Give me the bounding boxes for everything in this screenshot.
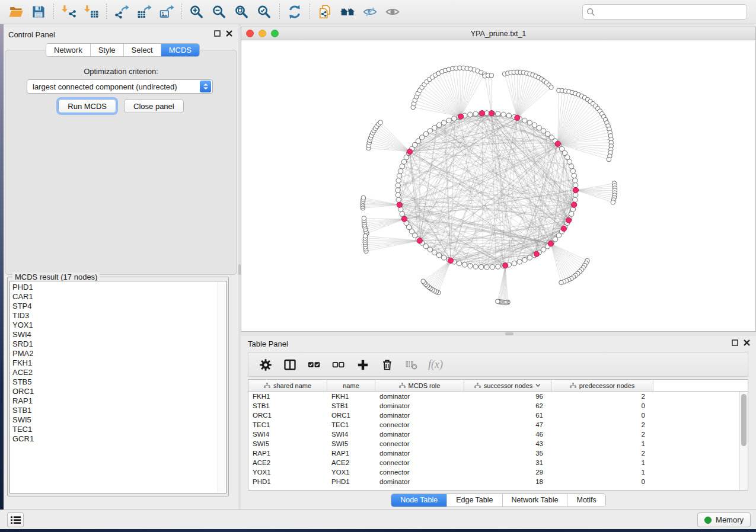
zoom-in-button[interactable] <box>186 2 208 22</box>
table-row[interactable]: ORC1ORC1dominator610 <box>248 411 748 420</box>
close-panel-icon[interactable] <box>226 30 232 37</box>
gear-button[interactable] <box>254 354 276 374</box>
ring-node[interactable] <box>428 247 432 252</box>
ring-node[interactable] <box>512 261 516 265</box>
select-all-button[interactable] <box>303 354 325 374</box>
ring-node[interactable] <box>397 173 402 178</box>
open-folder-button[interactable] <box>5 2 27 22</box>
mcds-result-item[interactable]: PHD1 <box>12 283 226 292</box>
horizontal-splitter[interactable] <box>241 332 756 336</box>
ring-node[interactable] <box>506 113 511 118</box>
eye-button[interactable] <box>381 2 404 22</box>
delete-column-button[interactable] <box>376 354 398 374</box>
ring-node[interactable] <box>442 120 446 125</box>
table-row[interactable]: SWI4SWI4dominator462 <box>248 430 748 439</box>
ring-node[interactable] <box>490 265 495 270</box>
tab-select[interactable]: Select <box>124 44 161 56</box>
satellite-node[interactable] <box>611 200 615 205</box>
ring-node[interactable] <box>569 211 574 216</box>
export-image-button[interactable] <box>155 2 178 22</box>
mcds-result-item[interactable]: CAR1 <box>12 292 226 302</box>
ring-node[interactable] <box>400 164 404 169</box>
ring-node[interactable] <box>432 126 437 130</box>
ring-node[interactable] <box>522 118 527 123</box>
ring-node[interactable] <box>573 178 578 183</box>
close-panel-button[interactable]: Close panel <box>124 99 184 113</box>
ring-node[interactable] <box>436 253 441 258</box>
ring-node[interactable] <box>446 118 451 123</box>
ring-node[interactable] <box>527 255 532 260</box>
dominator-node[interactable] <box>534 251 539 257</box>
mcds-result-item[interactable]: ACE2 <box>12 368 226 377</box>
table-row[interactable]: PHD1PHD1dominator180 <box>248 477 748 486</box>
satellite-node[interactable] <box>421 279 426 284</box>
save-button[interactable] <box>27 2 50 22</box>
tab-style[interactable]: Style <box>91 44 124 56</box>
float-table-panel-icon[interactable] <box>732 339 738 346</box>
dominator-node[interactable] <box>566 217 572 223</box>
column-header-MCDS-role[interactable]: MCDS role <box>375 380 464 391</box>
table-row[interactable]: RAP1RAP1dominator352 <box>248 448 748 458</box>
table-row[interactable]: SWI5SWI5connector431 <box>248 439 748 448</box>
mcds-result-item[interactable]: STB1 <box>12 406 226 415</box>
mcds-result-item[interactable]: YOX1 <box>12 321 226 330</box>
dominator-node[interactable] <box>480 111 485 116</box>
mcds-result-item[interactable]: STP4 <box>12 302 226 311</box>
ring-node[interactable] <box>517 259 522 264</box>
export-network-button[interactable] <box>110 2 133 22</box>
table-scrollbar-thumb[interactable] <box>741 394 747 446</box>
mcds-result-list[interactable]: PHD1CAR1STP4TID3YOX1SWI4SRD1PMA2FKH1ACE2… <box>9 281 227 493</box>
tab-motifs[interactable]: Motifs <box>567 494 605 507</box>
ring-node[interactable] <box>473 264 478 269</box>
houses-button[interactable] <box>336 2 359 22</box>
satellite-node[interactable] <box>607 157 611 162</box>
export-table-button[interactable] <box>133 2 155 22</box>
network-canvas[interactable] <box>241 40 755 331</box>
ring-node[interactable] <box>398 169 403 174</box>
ring-node[interactable] <box>567 159 572 164</box>
refresh-button[interactable] <box>283 2 306 22</box>
mcds-result-item[interactable]: FKH1 <box>12 358 226 368</box>
ring-node[interactable] <box>457 261 461 265</box>
ring-node[interactable] <box>395 188 400 193</box>
ring-node[interactable] <box>522 257 527 262</box>
satellite-node[interactable] <box>361 196 366 200</box>
float-panel-icon[interactable] <box>214 30 221 37</box>
search-box[interactable] <box>582 4 747 20</box>
close-table-panel-icon[interactable] <box>744 339 750 346</box>
eye-slash-button[interactable] <box>359 2 381 22</box>
ring-node[interactable] <box>396 197 401 202</box>
zoom-fit-button[interactable] <box>231 2 253 22</box>
mcds-result-item[interactable]: TEC1 <box>12 425 226 434</box>
mcds-list-scrollbar[interactable] <box>218 282 225 492</box>
search-input[interactable] <box>598 7 743 17</box>
column-header-predecessor-nodes[interactable]: predecessor nodes <box>551 380 653 391</box>
unselect-all-button[interactable] <box>327 354 349 374</box>
table-row[interactable]: STB1STB1dominator620 <box>248 401 748 411</box>
mcds-result-item[interactable]: STB5 <box>12 377 226 387</box>
table-row[interactable]: ACE2ACE2connector311 <box>248 458 748 467</box>
horizontal-splitter-grip[interactable] <box>505 332 513 335</box>
ring-node[interactable] <box>396 178 401 183</box>
dominator-node[interactable] <box>548 241 553 246</box>
satellite-node[interactable] <box>378 120 383 125</box>
ring-node[interactable] <box>484 265 489 270</box>
mcds-result-item[interactable]: RAP1 <box>12 396 226 406</box>
dominator-node[interactable] <box>515 115 520 120</box>
ring-node[interactable] <box>501 112 506 117</box>
ring-node[interactable] <box>432 250 437 255</box>
ring-node[interactable] <box>573 193 578 197</box>
tab-mcds[interactable]: MCDS <box>161 44 199 56</box>
ring-node[interactable] <box>572 173 576 178</box>
dominator-node[interactable] <box>448 258 453 263</box>
satellite-node[interactable] <box>549 85 554 90</box>
table-scrollbar[interactable] <box>739 392 748 490</box>
mcds-result-item[interactable]: SWI5 <box>12 415 226 425</box>
import-network-button[interactable] <box>58 2 80 22</box>
dominator-node[interactable] <box>397 202 402 207</box>
clone-network-button[interactable] <box>314 2 336 22</box>
dominator-node[interactable] <box>573 187 578 193</box>
zoom-selected-button[interactable] <box>253 2 276 22</box>
ring-node[interactable] <box>496 111 500 116</box>
satellite-node[interactable] <box>559 280 564 285</box>
